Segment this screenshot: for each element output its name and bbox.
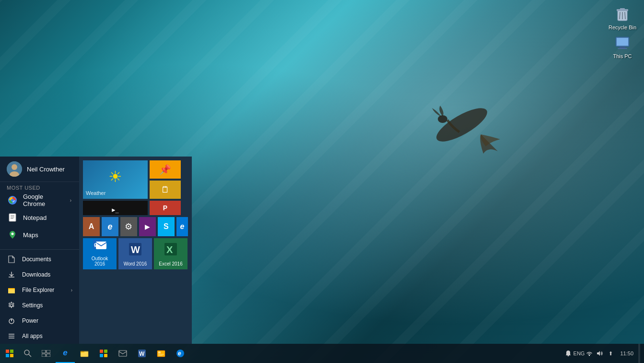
- tile-ie[interactable]: e: [102, 217, 118, 236]
- tile-excel[interactable]: X Excel 2016: [154, 238, 187, 269]
- taskbar: e: [0, 344, 644, 363]
- tile-ppt[interactable]: P: [150, 201, 181, 215]
- most-used-header: Most used: [0, 182, 79, 192]
- start-divider-1: [0, 249, 79, 250]
- link-file-explorer[interactable]: File Explorer ›: [0, 282, 79, 298]
- svg-rect-75: [568, 355, 569, 356]
- file-explorer-tb-icon: [80, 350, 89, 357]
- taskbar-edge[interactable]: e: [56, 344, 75, 363]
- svg-point-53: [24, 350, 29, 355]
- weather-sun-icon: ☀: [108, 168, 122, 186]
- excel-tile-body: X: [163, 241, 178, 257]
- taskbar-file-explorer[interactable]: [75, 344, 94, 363]
- cortana-search[interactable]: [19, 344, 36, 363]
- svg-point-13: [12, 164, 17, 170]
- keyboard-icon[interactable]: ENG: [574, 349, 584, 358]
- recycle-bin-label: Recycle Bin: [609, 24, 636, 31]
- svg-rect-11: [618, 48, 627, 49]
- store-icon: [99, 349, 108, 358]
- tile-edge-small[interactable]: e: [176, 217, 188, 236]
- start-button[interactable]: [0, 344, 19, 363]
- svg-rect-4: [620, 8, 625, 10]
- power-label: Power: [22, 317, 72, 324]
- taskbar-explorer2[interactable]: [152, 344, 171, 363]
- word-icon: W: [128, 242, 143, 257]
- word-tb-icon: W: [138, 349, 146, 358]
- link-downloads[interactable]: Downloads: [0, 267, 79, 282]
- weather-tile-label: Weather: [86, 190, 105, 196]
- chrome-arrow: ›: [70, 198, 71, 203]
- documents-icon: [7, 254, 16, 264]
- documents-label: Documents: [22, 256, 72, 263]
- svg-rect-72: [158, 355, 163, 356]
- user-section[interactable]: Neil Crowther: [0, 157, 79, 182]
- taskbar-edge2[interactable]: e: [171, 344, 190, 363]
- settings-tile-icon: ⚙: [125, 221, 132, 232]
- app-paint[interactable]: Paint: [0, 243, 79, 247]
- file-explorer-label: File Explorer: [22, 287, 65, 293]
- excel-tile-label: Excel 2016: [159, 261, 182, 266]
- taskbar-mail[interactable]: [113, 344, 132, 363]
- speaker-icon: [597, 351, 603, 356]
- this-pc-image: [613, 33, 632, 52]
- tile-settings-tile[interactable]: ⚙: [120, 217, 137, 236]
- tile-cmd[interactable]: ▶_: [83, 201, 148, 215]
- app-maps[interactable]: Maps: [0, 226, 79, 243]
- task-view-btn[interactable]: [36, 344, 56, 363]
- settings-label: Settings: [22, 302, 72, 309]
- start-menu-left: Neil Crowther Most used Google Chrome ›: [0, 157, 79, 344]
- skype-icon: S: [164, 222, 169, 231]
- notification-icon[interactable]: [563, 349, 573, 358]
- tiles-row-1b: ▶_ P: [83, 201, 188, 215]
- svg-rect-56: [47, 350, 50, 353]
- windows-logo-icon: [6, 350, 13, 357]
- word-tile-label: Word 2016: [124, 261, 147, 266]
- outlook-icon: Ø: [92, 238, 107, 252]
- tile-weather[interactable]: ☀ Weather: [83, 160, 148, 199]
- tiles-row-2: A e ⚙ ▶ S e: [83, 217, 188, 236]
- tile-outlook[interactable]: Ø Outlook 2016: [83, 238, 117, 269]
- svg-text:Ø: Ø: [94, 242, 98, 248]
- outlook-tile-body: Ø: [92, 238, 107, 252]
- this-pc-icon[interactable]: This PC: [606, 31, 639, 61]
- show-desktop-btn[interactable]: [638, 344, 640, 363]
- svg-rect-71: [158, 354, 164, 355]
- vs-icon: ▶: [145, 223, 150, 230]
- tile-notes[interactable]: 🗒: [150, 181, 181, 199]
- link-power[interactable]: Power: [0, 313, 79, 328]
- taskbar-store[interactable]: [94, 344, 113, 363]
- mail-tb-icon: [118, 350, 127, 357]
- svg-rect-66: [119, 351, 127, 356]
- tile-word[interactable]: W Word 2016: [118, 238, 152, 269]
- svg-rect-35: [8, 288, 12, 289]
- tile-access[interactable]: A: [83, 217, 100, 236]
- svg-rect-51: [6, 354, 9, 357]
- taskbar-clock[interactable]: 11:50: [616, 350, 637, 357]
- power-icon: [7, 316, 16, 326]
- swimmer-decoration: [414, 77, 510, 173]
- user-name: Neil Crowther: [27, 166, 65, 173]
- svg-rect-65: [104, 354, 107, 357]
- downloads-label: Downloads: [22, 271, 72, 278]
- app-chrome[interactable]: Google Chrome ›: [0, 192, 79, 209]
- link-documents[interactable]: Documents: [0, 252, 79, 267]
- security-icon[interactable]: ⬆: [606, 349, 615, 358]
- svg-rect-69: [157, 351, 165, 357]
- network-icon[interactable]: [585, 349, 594, 358]
- tile-stack-right: 📌 🗒: [150, 160, 181, 199]
- svg-rect-49: [6, 350, 9, 353]
- svg-rect-18: [9, 214, 16, 221]
- tile-skype[interactable]: S: [158, 217, 175, 236]
- volume-icon[interactable]: [595, 349, 605, 358]
- taskbar-word[interactable]: W: [132, 344, 152, 363]
- tiles-row-3: Ø Outlook 2016 W Word 2016: [83, 238, 188, 269]
- link-settings[interactable]: Settings: [0, 298, 79, 313]
- tile-vs[interactable]: ▶: [139, 217, 156, 236]
- sticky-icon: 📌: [159, 164, 171, 175]
- recycle-bin-icon[interactable]: Recycle Bin: [606, 2, 639, 33]
- app-notepad[interactable]: Notepad: [0, 209, 79, 226]
- svg-line-54: [29, 354, 31, 357]
- tile-sticky[interactable]: 📌: [150, 160, 181, 179]
- link-all-apps[interactable]: All apps: [0, 328, 79, 344]
- svg-rect-58: [47, 354, 50, 357]
